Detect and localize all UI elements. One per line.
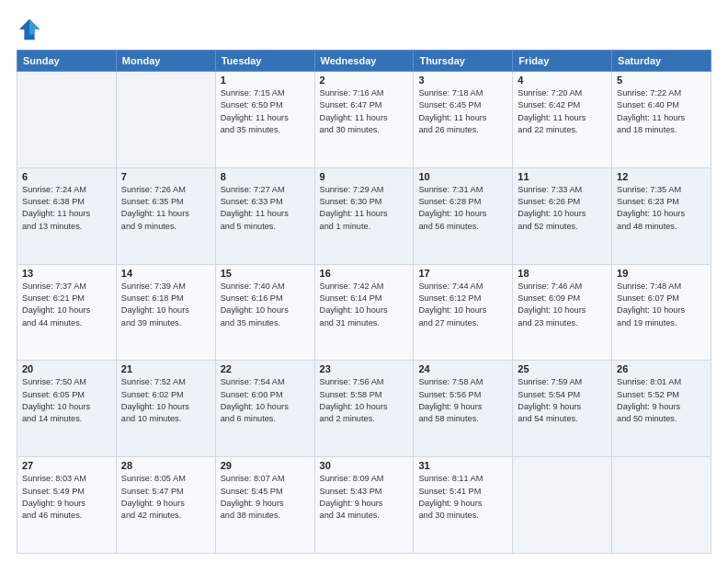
day-cell: 26Sunrise: 8:01 AMSunset: 5:52 PMDayligh…: [612, 361, 711, 457]
day-cell: [513, 457, 612, 554]
day-number: 6: [22, 171, 111, 182]
day-info: Sunrise: 7:42 AMSunset: 6:14 PMDaylight:…: [320, 281, 409, 329]
day-cell: 18Sunrise: 7:46 AMSunset: 6:09 PMDayligh…: [513, 264, 612, 361]
day-info: Sunrise: 7:50 AMSunset: 6:05 PMDaylight:…: [22, 376, 111, 425]
logo: [17, 17, 44, 42]
day-number: 25: [518, 363, 607, 374]
day-number: 16: [320, 268, 409, 279]
day-cell: 11Sunrise: 7:33 AMSunset: 6:26 PMDayligh…: [513, 167, 612, 264]
day-info: Sunrise: 7:48 AMSunset: 6:07 PMDaylight:…: [617, 281, 706, 329]
day-cell: 4Sunrise: 7:20 AMSunset: 6:42 PMDaylight…: [513, 72, 612, 168]
week-row-1: 1Sunrise: 7:15 AMSunset: 6:50 PMDaylight…: [17, 72, 711, 168]
day-number: 31: [418, 460, 507, 471]
day-info: Sunrise: 7:33 AMSunset: 6:26 PMDaylight:…: [518, 184, 607, 233]
day-number: 11: [518, 171, 607, 182]
day-info: Sunrise: 7:27 AMSunset: 6:33 PMDaylight:…: [221, 184, 310, 233]
day-cell: 19Sunrise: 7:48 AMSunset: 6:07 PMDayligh…: [612, 264, 711, 361]
day-cell: 16Sunrise: 7:42 AMSunset: 6:14 PMDayligh…: [314, 264, 414, 361]
day-cell: 28Sunrise: 8:05 AMSunset: 5:47 PMDayligh…: [116, 457, 215, 554]
day-cell: 1Sunrise: 7:15 AMSunset: 6:50 PMDaylight…: [215, 72, 314, 168]
day-info: Sunrise: 7:35 AMSunset: 6:23 PMDaylight:…: [617, 184, 706, 233]
calendar-header-row: Sunday Monday Tuesday Wednesday Thursday…: [17, 51, 711, 72]
day-cell: 20Sunrise: 7:50 AMSunset: 6:05 PMDayligh…: [17, 361, 117, 457]
col-saturday: Saturday: [612, 51, 711, 72]
day-number: 1: [221, 75, 310, 86]
day-info: Sunrise: 8:05 AMSunset: 5:47 PMDaylight:…: [121, 473, 210, 522]
day-number: 2: [320, 75, 409, 86]
day-info: Sunrise: 8:01 AMSunset: 5:52 PMDaylight:…: [617, 376, 706, 425]
logo-icon: [17, 17, 42, 42]
day-info: Sunrise: 7:20 AMSunset: 6:42 PMDaylight:…: [518, 87, 607, 136]
day-number: 7: [121, 171, 210, 182]
day-info: Sunrise: 7:37 AMSunset: 6:21 PMDaylight:…: [22, 281, 111, 329]
day-info: Sunrise: 7:52 AMSunset: 6:02 PMDaylight:…: [121, 376, 210, 425]
day-cell: 2Sunrise: 7:16 AMSunset: 6:47 PMDaylight…: [314, 72, 414, 168]
day-number: 10: [418, 171, 507, 182]
day-info: Sunrise: 7:29 AMSunset: 6:30 PMDaylight:…: [320, 184, 409, 233]
day-cell: 30Sunrise: 8:09 AMSunset: 5:43 PMDayligh…: [314, 457, 414, 554]
svg-marker-1: [29, 19, 40, 35]
day-number: 5: [617, 75, 706, 86]
day-info: Sunrise: 7:15 AMSunset: 6:50 PMDaylight:…: [221, 87, 310, 136]
day-info: Sunrise: 7:16 AMSunset: 6:47 PMDaylight:…: [320, 87, 409, 136]
calendar-table: Sunday Monday Tuesday Wednesday Thursday…: [17, 50, 711, 554]
day-number: 22: [221, 363, 310, 374]
day-info: Sunrise: 7:18 AMSunset: 6:45 PMDaylight:…: [418, 87, 507, 136]
day-cell: 5Sunrise: 7:22 AMSunset: 6:40 PMDaylight…: [612, 72, 711, 168]
day-cell: 7Sunrise: 7:26 AMSunset: 6:35 PMDaylight…: [116, 167, 215, 264]
day-cell: 21Sunrise: 7:52 AMSunset: 6:02 PMDayligh…: [116, 361, 215, 457]
day-cell: 23Sunrise: 7:56 AMSunset: 5:58 PMDayligh…: [314, 361, 414, 457]
day-cell: [612, 457, 711, 554]
day-info: Sunrise: 7:59 AMSunset: 5:54 PMDaylight:…: [518, 376, 607, 425]
day-cell: 15Sunrise: 7:40 AMSunset: 6:16 PMDayligh…: [215, 264, 314, 361]
day-info: Sunrise: 8:03 AMSunset: 5:49 PMDaylight:…: [22, 473, 111, 522]
week-row-5: 27Sunrise: 8:03 AMSunset: 5:49 PMDayligh…: [17, 457, 711, 554]
day-cell: 8Sunrise: 7:27 AMSunset: 6:33 PMDaylight…: [215, 167, 314, 264]
day-number: 3: [418, 75, 507, 86]
page: Sunday Monday Tuesday Wednesday Thursday…: [0, 0, 728, 563]
day-number: 15: [221, 268, 310, 279]
day-number: 24: [418, 363, 507, 374]
col-friday: Friday: [513, 51, 612, 72]
day-number: 13: [22, 268, 111, 279]
day-cell: 24Sunrise: 7:58 AMSunset: 5:56 PMDayligh…: [414, 361, 513, 457]
day-number: 27: [22, 460, 111, 471]
header: [17, 17, 711, 42]
col-sunday: Sunday: [17, 51, 117, 72]
day-number: 12: [617, 171, 706, 182]
day-info: Sunrise: 8:09 AMSunset: 5:43 PMDaylight:…: [320, 473, 409, 522]
day-number: 4: [518, 75, 607, 86]
day-cell: 25Sunrise: 7:59 AMSunset: 5:54 PMDayligh…: [513, 361, 612, 457]
day-cell: 13Sunrise: 7:37 AMSunset: 6:21 PMDayligh…: [17, 264, 117, 361]
day-cell: 14Sunrise: 7:39 AMSunset: 6:18 PMDayligh…: [116, 264, 215, 361]
day-cell: 9Sunrise: 7:29 AMSunset: 6:30 PMDaylight…: [314, 167, 414, 264]
day-cell: 10Sunrise: 7:31 AMSunset: 6:28 PMDayligh…: [414, 167, 513, 264]
day-cell: 27Sunrise: 8:03 AMSunset: 5:49 PMDayligh…: [17, 457, 117, 554]
week-row-3: 13Sunrise: 7:37 AMSunset: 6:21 PMDayligh…: [17, 264, 711, 361]
col-monday: Monday: [116, 51, 215, 72]
day-cell: 22Sunrise: 7:54 AMSunset: 6:00 PMDayligh…: [215, 361, 314, 457]
col-tuesday: Tuesday: [215, 51, 314, 72]
day-cell: 17Sunrise: 7:44 AMSunset: 6:12 PMDayligh…: [414, 264, 513, 361]
week-row-4: 20Sunrise: 7:50 AMSunset: 6:05 PMDayligh…: [17, 361, 711, 457]
day-info: Sunrise: 7:56 AMSunset: 5:58 PMDaylight:…: [320, 376, 409, 425]
day-number: 21: [121, 363, 210, 374]
day-number: 8: [221, 171, 310, 182]
day-number: 17: [418, 268, 507, 279]
day-info: Sunrise: 7:31 AMSunset: 6:28 PMDaylight:…: [418, 184, 507, 233]
day-number: 14: [121, 268, 210, 279]
week-row-2: 6Sunrise: 7:24 AMSunset: 6:38 PMDaylight…: [17, 167, 711, 264]
day-info: Sunrise: 8:11 AMSunset: 5:41 PMDaylight:…: [418, 473, 507, 522]
day-cell: 12Sunrise: 7:35 AMSunset: 6:23 PMDayligh…: [612, 167, 711, 264]
day-info: Sunrise: 7:54 AMSunset: 6:00 PMDaylight:…: [221, 376, 310, 425]
day-number: 18: [518, 268, 607, 279]
day-info: Sunrise: 7:22 AMSunset: 6:40 PMDaylight:…: [617, 87, 706, 136]
day-info: Sunrise: 8:07 AMSunset: 5:45 PMDaylight:…: [221, 473, 310, 522]
day-cell: 29Sunrise: 8:07 AMSunset: 5:45 PMDayligh…: [215, 457, 314, 554]
col-thursday: Thursday: [414, 51, 513, 72]
day-info: Sunrise: 7:58 AMSunset: 5:56 PMDaylight:…: [418, 376, 507, 425]
day-number: 9: [320, 171, 409, 182]
day-info: Sunrise: 7:26 AMSunset: 6:35 PMDaylight:…: [121, 184, 210, 233]
day-cell: 6Sunrise: 7:24 AMSunset: 6:38 PMDaylight…: [17, 167, 117, 264]
day-info: Sunrise: 7:44 AMSunset: 6:12 PMDaylight:…: [418, 281, 507, 329]
